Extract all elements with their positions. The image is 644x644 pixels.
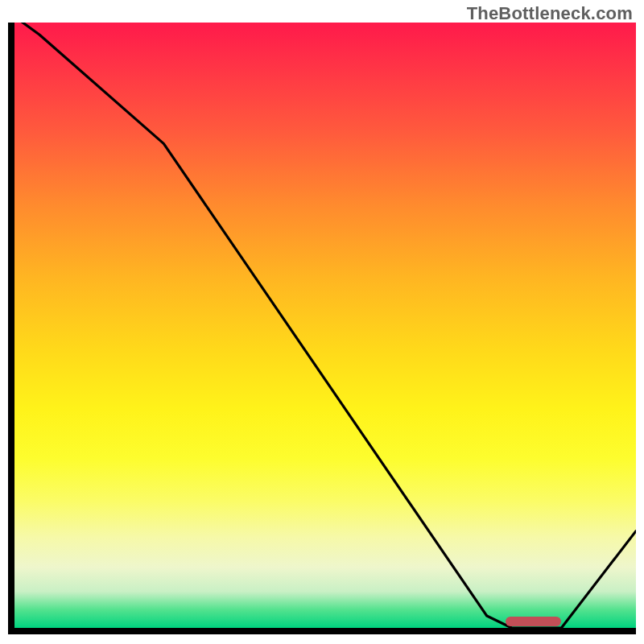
line-curve bbox=[14, 23, 636, 628]
chart-container: TheBottleneck.com bbox=[0, 0, 644, 644]
curve-path bbox=[14, 23, 636, 628]
plot-area bbox=[14, 23, 636, 628]
plot-axes bbox=[8, 23, 636, 634]
minimum-marker bbox=[506, 617, 562, 626]
watermark-text: TheBottleneck.com bbox=[467, 3, 633, 24]
